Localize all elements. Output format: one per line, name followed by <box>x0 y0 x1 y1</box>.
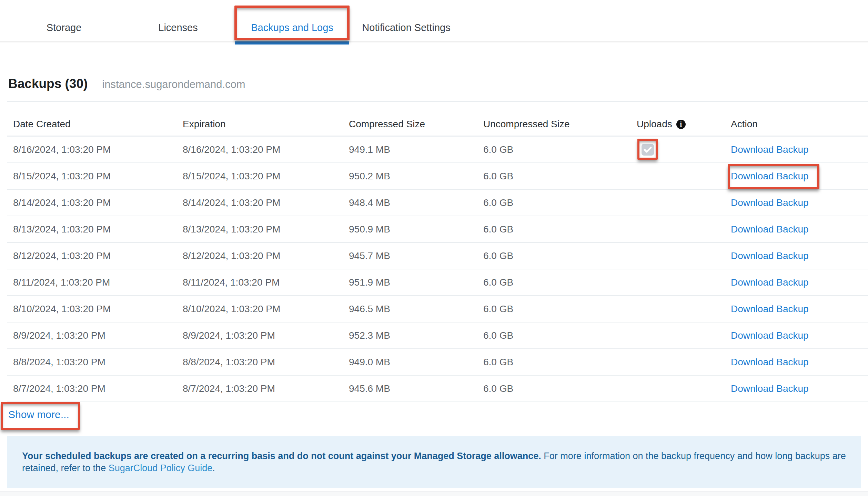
cell-uncompressed-size: 6.0 GB <box>483 171 637 182</box>
cell-expiration: 8/16/2024, 1:03:20 PM <box>183 144 349 155</box>
page: StorageLicensesBackups and LogsNotificat… <box>0 0 868 496</box>
cell-action: Download Backup <box>731 357 868 368</box>
cell-expiration: 8/7/2024, 1:03:20 PM <box>183 383 349 394</box>
column-header-label: Expiration <box>183 119 226 130</box>
cell-date-created: 8/9/2024, 1:03:20 PM <box>13 330 183 341</box>
table-row: 8/14/2024, 1:03:20 PM8/14/2024, 1:03:20 … <box>7 190 868 216</box>
checkmark-icon <box>644 146 652 153</box>
cell-action: Download Backup <box>731 144 868 155</box>
download-backup-link[interactable]: Download Backup <box>731 250 809 261</box>
info-banner: Your scheduled backups are created on a … <box>7 436 861 488</box>
cell-expiration: 8/14/2024, 1:03:20 PM <box>183 197 349 208</box>
table-row: 8/15/2024, 1:03:20 PM8/15/2024, 1:03:20 … <box>7 163 868 190</box>
cell-uncompressed-size: 6.0 GB <box>483 144 637 155</box>
cell-compressed-size: 950.2 MB <box>349 171 483 182</box>
download-backup-link[interactable]: Download Backup <box>731 144 809 155</box>
cell-uncompressed-size: 6.0 GB <box>483 383 637 394</box>
cell-compressed-size: 945.6 MB <box>349 383 483 394</box>
show-more-link[interactable]: Show more... <box>8 409 69 420</box>
cell-expiration: 8/9/2024, 1:03:20 PM <box>183 330 349 341</box>
column-header-action: Action <box>731 119 868 130</box>
cell-compressed-size: 948.4 MB <box>349 197 483 208</box>
cell-date-created: 8/7/2024, 1:03:20 PM <box>13 383 183 394</box>
cell-date-created: 8/11/2024, 1:03:20 PM <box>13 277 183 288</box>
cell-date-created: 8/12/2024, 1:03:20 PM <box>13 250 183 261</box>
cell-compressed-size: 950.9 MB <box>349 224 483 235</box>
cell-expiration: 8/13/2024, 1:03:20 PM <box>183 224 349 235</box>
banner-text-end: . <box>212 463 215 473</box>
upload-checkbox[interactable] <box>642 144 654 156</box>
cell-date-created: 8/13/2024, 1:03:20 PM <box>13 224 183 235</box>
cell-action: Download Backup <box>731 171 868 182</box>
cell-date-created: 8/8/2024, 1:03:20 PM <box>13 357 183 368</box>
backups-table-body: 8/16/2024, 1:03:20 PM8/16/2024, 1:03:20 … <box>7 137 868 402</box>
cell-action: Download Backup <box>731 304 868 315</box>
cell-uncompressed-size: 6.0 GB <box>483 277 637 288</box>
cell-expiration: 8/12/2024, 1:03:20 PM <box>183 250 349 261</box>
column-header-uncompressed-size: Uncompressed Size <box>483 119 637 130</box>
cell-date-created: 8/15/2024, 1:03:20 PM <box>13 171 183 182</box>
column-header-label: Compressed Size <box>349 119 425 130</box>
cell-expiration: 8/8/2024, 1:03:20 PM <box>183 357 349 368</box>
tab-backups-and-logs[interactable]: Backups and Logs <box>235 0 349 41</box>
column-header-compressed-size: Compressed Size <box>349 119 483 130</box>
uploads-info-icon[interactable]: i <box>676 120 686 129</box>
download-backup-link[interactable]: Download Backup <box>731 383 809 394</box>
banner-bold-text: Your scheduled backups are created on a … <box>22 451 541 461</box>
cell-compressed-size: 949.0 MB <box>349 357 483 368</box>
cell-compressed-size: 946.5 MB <box>349 304 483 315</box>
cell-date-created: 8/14/2024, 1:03:20 PM <box>13 197 183 208</box>
cell-uncompressed-size: 6.0 GB <box>483 224 637 235</box>
column-header-date-created: Date Created <box>13 119 183 130</box>
cell-action: Download Backup <box>731 250 868 261</box>
tabs: StorageLicensesBackups and LogsNotificat… <box>7 0 868 41</box>
table-row: 8/10/2024, 1:03:20 PM8/10/2024, 1:03:20 … <box>7 296 868 323</box>
instance-domain: instance.sugarondemand.com <box>102 78 245 91</box>
cell-compressed-size: 945.7 MB <box>349 250 483 261</box>
cell-expiration: 8/10/2024, 1:03:20 PM <box>183 304 349 315</box>
tab-notification-settings[interactable]: Notification Settings <box>349 0 463 41</box>
table-row: 8/8/2024, 1:03:20 PM8/8/2024, 1:03:20 PM… <box>7 349 868 376</box>
bottom-strip <box>0 491 868 496</box>
cell-compressed-size: 949.1 MB <box>349 144 483 155</box>
download-backup-link[interactable]: Download Backup <box>731 304 809 314</box>
column-header-label: Action <box>731 119 758 130</box>
column-header-label: Uploads <box>637 119 672 130</box>
download-backup-link[interactable]: Download Backup <box>731 224 809 235</box>
column-header-label: Uncompressed Size <box>483 119 570 130</box>
policy-guide-link[interactable]: SugarCloud Policy Guide <box>109 463 213 473</box>
page-title: Backups (30) <box>8 77 88 91</box>
cell-uncompressed-size: 6.0 GB <box>483 304 637 315</box>
cell-action: Download Backup <box>731 197 868 208</box>
tab-bar: StorageLicensesBackups and LogsNotificat… <box>0 0 868 42</box>
cell-uncompressed-size: 6.0 GB <box>483 197 637 208</box>
download-backup-link[interactable]: Download Backup <box>731 330 809 341</box>
table-row: 8/7/2024, 1:03:20 PM8/7/2024, 1:03:20 PM… <box>7 376 868 402</box>
show-more-wrap: Show more... <box>8 409 868 420</box>
cell-date-created: 8/10/2024, 1:03:20 PM <box>13 304 183 315</box>
backups-table-header: Date CreatedExpirationCompressed SizeUnc… <box>7 102 868 137</box>
cell-uncompressed-size: 6.0 GB <box>483 330 637 341</box>
column-header-expiration: Expiration <box>183 119 349 130</box>
backups-table: Date CreatedExpirationCompressed SizeUnc… <box>7 102 868 402</box>
cell-action: Download Backup <box>731 224 868 235</box>
download-backup-link[interactable]: Download Backup <box>731 277 809 288</box>
section-header: Backups (30) instance.sugarondemand.com <box>0 42 868 91</box>
tab-storage[interactable]: Storage <box>7 0 121 41</box>
table-row: 8/11/2024, 1:03:20 PM8/11/2024, 1:03:20 … <box>7 269 868 296</box>
download-backup-link[interactable]: Download Backup <box>731 171 809 181</box>
cell-date-created: 8/16/2024, 1:03:20 PM <box>13 144 183 155</box>
table-row: 8/16/2024, 1:03:20 PM8/16/2024, 1:03:20 … <box>7 137 868 163</box>
cell-action: Download Backup <box>731 277 868 288</box>
table-row: 8/13/2024, 1:03:20 PM8/13/2024, 1:03:20 … <box>7 216 868 243</box>
active-tab-underline <box>235 41 349 44</box>
download-backup-link[interactable]: Download Backup <box>731 357 809 367</box>
cell-compressed-size: 951.9 MB <box>349 277 483 288</box>
column-header-label: Date Created <box>13 119 71 130</box>
cell-uploads <box>637 144 731 156</box>
cell-action: Download Backup <box>731 330 868 341</box>
cell-expiration: 8/11/2024, 1:03:20 PM <box>183 277 349 288</box>
cell-uncompressed-size: 6.0 GB <box>483 250 637 261</box>
tab-licenses[interactable]: Licenses <box>121 0 235 41</box>
download-backup-link[interactable]: Download Backup <box>731 197 809 208</box>
